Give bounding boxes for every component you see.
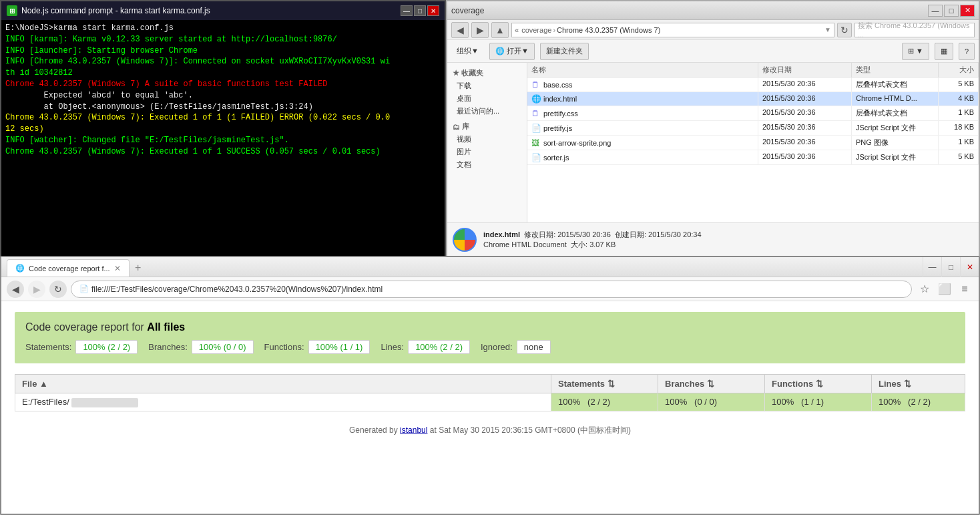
address-bar[interactable]: « coverage › Chrome 43.0.2357 (Windows 7… — [511, 23, 834, 37]
file-row[interactable]: 📄sorter.js 2015/5/30 20:36 JScript Scrip… — [527, 150, 979, 165]
col-header-statements[interactable]: Statements ⇅ — [551, 375, 658, 393]
functions-cell: 100% (1 / 1) — [765, 393, 872, 411]
file-size: 4 KB — [939, 92, 979, 106]
open-button[interactable]: 🌐 打开▼ — [489, 43, 535, 60]
file-row[interactable]: 🌐index.html 2015/5/30 20:36 Chrome HTML … — [527, 92, 979, 106]
col-header-date[interactable]: 修改日期 — [758, 63, 852, 77]
bookmark-button[interactable]: ☆ — [916, 281, 933, 298]
url-file-icon: 📄 — [79, 285, 89, 293]
forward-button[interactable]: ▶ — [471, 22, 489, 38]
back-button[interactable]: ◀ — [451, 22, 469, 38]
address-crumb: « — [515, 26, 519, 34]
lines-stat: Lines: 100% (2 / 2) — [381, 340, 470, 354]
tab-close-button[interactable]: ✕ — [114, 264, 121, 273]
address-current: Chrome 43.0.2357 (Windows 7) — [557, 26, 660, 34]
statements-cell: 100% (2 / 2) — [551, 393, 658, 411]
search-box[interactable]: 搜索 Chrome 43.0.2357 (Windows ... — [854, 23, 975, 37]
page-content: Code coverage report for All files State… — [1, 301, 979, 514]
sidebar-item-desktop[interactable]: 桌面 — [447, 92, 527, 105]
browser-addressbar: ◀ ▶ ↻ 📄 file:///E:/TestFiles/coverage/Ch… — [1, 277, 979, 301]
ignored-stat: Ignored: none — [481, 340, 551, 354]
file-type: JScript Script 文件 — [852, 121, 939, 135]
col-header-size[interactable]: 大小 — [939, 63, 979, 77]
cmd-close-button[interactable]: ✕ — [427, 5, 439, 16]
page-footer: Generated by istanbul at Sat May 30 2015… — [15, 425, 965, 436]
explorer-minimize-button[interactable]: — — [928, 5, 943, 17]
ignored-label: Ignored: — [481, 342, 513, 352]
file-list-header: 名称 修改日期 类型 大小 — [527, 63, 979, 77]
browser-reload-button[interactable]: ↻ — [49, 281, 67, 298]
css-icon: 🗒 — [531, 109, 541, 118]
cmd-minimize-button[interactable]: — — [401, 5, 413, 16]
col-header-name[interactable]: 名称 — [527, 63, 758, 77]
new-tab-button[interactable]: + — [130, 259, 147, 277]
browser-close-button[interactable]: ✕ — [960, 257, 979, 277]
coverage-header: Code coverage report for All files State… — [15, 312, 965, 363]
browser-url-bar[interactable]: 📄 file:///E:/TestFiles/coverage/Chrome%2… — [71, 281, 912, 298]
status-info: index.html 修改日期: 2015/5/30 20:36 创建日期: 2… — [483, 230, 702, 250]
col-header-lines[interactable]: Lines ⇅ — [872, 375, 965, 393]
col-header-functions[interactable]: Functions ⇅ — [765, 375, 872, 393]
lines-cell: 100% (2 / 2) — [872, 393, 965, 411]
file-size: 18 KB — [939, 121, 979, 135]
explorer-close-button[interactable]: ✕ — [960, 5, 975, 17]
col-header-branches[interactable]: Branches ⇅ — [658, 375, 765, 393]
cmd-line: E:\NodeJS>karma start karma.conf.js — [5, 23, 441, 34]
file-type: JScript Script 文件 — [852, 150, 939, 164]
browser-titlebar: 🌐 Code coverage report f... ✕ + — □ ✕ — [1, 257, 979, 277]
file-row[interactable]: 🗒base.css 2015/5/30 20:36 层叠样式表文档 5 KB — [527, 77, 979, 92]
istanbul-link[interactable]: istanbul — [400, 425, 427, 435]
refresh-button[interactable]: ↻ — [837, 23, 852, 37]
file-date: 2015/5/30 20:36 — [758, 106, 852, 120]
file-type: 层叠样式表文档 — [852, 77, 939, 92]
explorer-main: 名称 修改日期 类型 大小 🗒base.css 2015/5/30 20:36 … — [527, 63, 979, 222]
cast-button[interactable]: ⬜ — [936, 281, 953, 298]
explorer-nav2: 组织▼ 🌐 打开▼ 新建文件夹 ⊞ ▼ ▦ ? — [447, 40, 979, 63]
functions-badge: 100% (1 / 1) — [308, 340, 371, 354]
statements-badge: 100% (2 / 2) — [75, 340, 138, 354]
tab-title: Code coverage report f... — [29, 265, 110, 273]
organize-button[interactable]: 组织▼ — [451, 43, 484, 60]
table-row[interactable]: E:/TestFiles/ 100% (2 / 2) 100% (0 / 0) … — [15, 393, 965, 411]
file-row[interactable]: 🗒prettify.css 2015/5/30 20:36 层叠样式表文档 1 … — [527, 106, 979, 121]
view-options-button[interactable]: ⊞ ▼ — [902, 43, 929, 60]
sidebar-item-recent[interactable]: 最近访问的... — [447, 105, 527, 118]
sidebar-item-video[interactable]: 视频 — [447, 133, 527, 146]
file-size: 5 KB — [939, 150, 979, 164]
browser-minimize-button[interactable]: — — [923, 257, 941, 277]
menu-button[interactable]: ≡ — [956, 281, 973, 298]
new-folder-button[interactable]: 新建文件夹 — [540, 43, 589, 60]
col-header-type[interactable]: 类型 — [852, 63, 939, 77]
browser-window: 🌐 Code coverage report f... ✕ + — □ ✕ ◀ … — [0, 256, 980, 515]
sidebar-item-download[interactable]: 下载 — [447, 79, 527, 92]
col-header-file[interactable]: File ▲ — [15, 375, 551, 393]
cmd-maximize-button[interactable]: □ — [414, 5, 426, 16]
browser-forward-button[interactable]: ▶ — [28, 281, 45, 298]
browser-back-button[interactable]: ◀ — [7, 281, 24, 298]
up-button[interactable]: ▲ — [491, 22, 509, 38]
sidebar-item-documents[interactable]: 文档 — [447, 158, 527, 171]
chrome-icon — [453, 228, 477, 252]
branches-badge: 100% (0 / 0) — [192, 340, 254, 354]
tab-favicon: 🌐 — [15, 264, 25, 273]
file-row[interactable]: 📄prettify.js 2015/5/30 20:36 JScript Scr… — [527, 121, 979, 136]
coverage-stats: Statements: 100% (2 / 2) Branches: 100% … — [25, 340, 955, 354]
file-row[interactable]: 🖼sort-arrow-sprite.png 2015/5/30 20:36 P… — [527, 136, 979, 150]
lines-badge: 100% (2 / 2) — [408, 340, 470, 354]
cmd-window: ⊞ Node.js command prompt - karma start k… — [0, 0, 446, 257]
file-size: 1 KB — [939, 136, 979, 150]
explorer-titlebar: coverage — □ ✕ — [447, 1, 979, 20]
explorer-maximize-button[interactable]: □ — [944, 5, 959, 17]
status-created: 创建日期: 2015/5/30 20:34 — [615, 230, 702, 238]
cmd-line: INFO [watcher]: Changed file "E:/TestFil… — [5, 135, 441, 146]
browser-tab[interactable]: 🌐 Code coverage report f... ✕ — [7, 259, 130, 277]
search-placeholder: 搜索 Chrome 43.0.2357 (Windows ... — [858, 21, 971, 39]
cmd-title: Node.js command prompt - karma start kar… — [21, 6, 210, 15]
sidebar-item-pictures[interactable]: 图片 — [447, 146, 527, 158]
help-button[interactable]: ? — [959, 43, 975, 60]
browser-maximize-button[interactable]: □ — [941, 257, 960, 277]
preview-pane-button[interactable]: ▦ — [935, 43, 953, 60]
functions-stat: Functions: 100% (1 / 1) — [264, 340, 371, 354]
branches-label: Branches: — [148, 342, 188, 352]
cmd-line: th id 10342812 — [5, 67, 441, 79]
